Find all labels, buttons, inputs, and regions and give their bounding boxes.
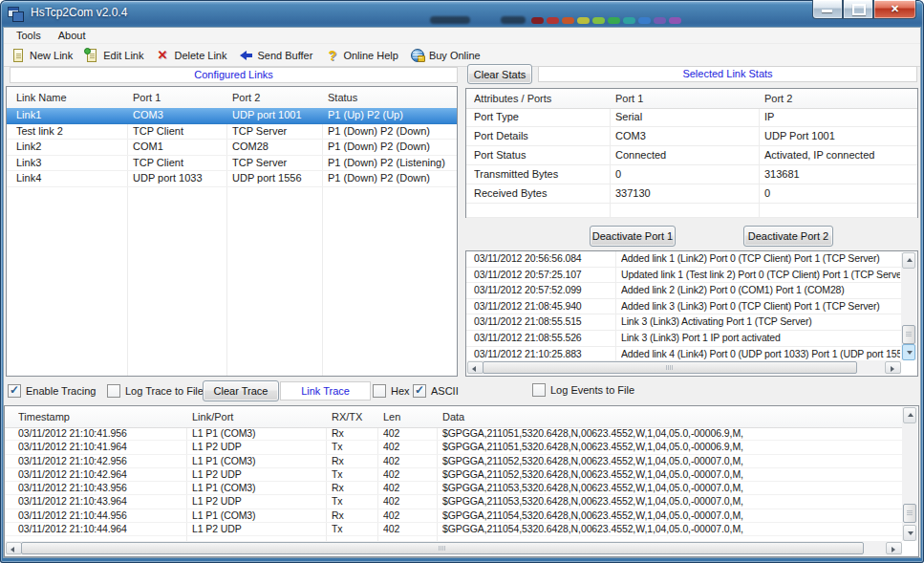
deactivate-port1-button[interactable]: Deactivate Port 1 <box>590 226 676 247</box>
window-controls <box>812 0 916 19</box>
maximize-icon[interactable] <box>843 0 873 19</box>
link-row[interactable]: Link2 COM1 COM28 P1 (Down) P2 (Down) <box>7 140 457 156</box>
scroll-left-icon[interactable] <box>467 361 483 374</box>
ascii-checkbox[interactable]: ASCII <box>413 383 459 399</box>
trace-vertical-scrollbar[interactable] <box>902 407 917 541</box>
scrollbar-thumb[interactable] <box>21 542 864 554</box>
column-header-timestamp[interactable]: Timestamp <box>18 406 181 427</box>
link-row[interactable]: Link3 TCP Client TCP Server P1 (Down) P2… <box>7 156 457 172</box>
delete-link-button[interactable]: Delete Link <box>151 46 234 65</box>
log-events-to-file-checkbox[interactable]: Log Events to File <box>532 382 634 398</box>
column-header-data[interactable]: Data <box>442 406 899 427</box>
trace-table: Timestamp Link/Port RX/TX Len Data 03/11… <box>4 405 919 557</box>
checkbox-icon <box>8 384 21 398</box>
enable-tracing-checkbox[interactable]: Enable Tracing <box>8 383 96 399</box>
column-header-status[interactable]: Status <box>328 87 454 108</box>
new-link-icon <box>11 48 26 63</box>
column-header-link-port[interactable]: Link/Port <box>192 406 324 427</box>
link-row[interactable]: Link1 COM3 UDP port 1001 P1 (Up) P2 (Up) <box>7 108 457 124</box>
scroll-down-icon[interactable] <box>902 344 915 360</box>
close-icon[interactable] <box>873 0 916 19</box>
trace-row[interactable]: 03/11/2012 21:10:43.956 L1 P1 (COM3) Rx … <box>5 482 903 495</box>
deactivate-port2-button[interactable]: Deactivate Port 2 <box>743 226 833 247</box>
trace-row[interactable]: 03/11/2012 21:10:41.956 L1 P1 (COM3) Rx … <box>5 427 903 441</box>
configured-links-table-header: Link Name Port 1 Port 2 Status <box>7 87 457 109</box>
log-trace-to-file-checkbox[interactable]: Log Trace to File <box>107 383 204 399</box>
configured-links-rows: Link1 COM3 UDP port 1001 P1 (Up) P2 (Up)… <box>7 108 457 376</box>
event-row[interactable]: 03/11/2012 21:10:25.883 Added link 4 (Li… <box>466 347 902 360</box>
scroll-left-icon[interactable] <box>6 542 22 554</box>
scrollbar-thumb[interactable] <box>902 325 915 344</box>
scroll-up-icon[interactable] <box>902 252 915 269</box>
hex-checkbox[interactable]: Hex <box>373 383 410 399</box>
column-header-stats-port1[interactable]: Port 1 <box>615 89 759 108</box>
scroll-right-icon[interactable] <box>886 542 902 554</box>
column-header-attributes[interactable]: Attributes / Ports <box>474 89 608 108</box>
column-header-rx-tx[interactable]: RX/TX <box>332 406 376 427</box>
clear-stats-button[interactable]: Clear Stats <box>467 64 532 84</box>
link-stats-table: Attributes / Ports Port 1 Port 2 Port Ty… <box>465 88 918 218</box>
menu-bar: Tools About <box>4 28 920 44</box>
event-row[interactable]: 03/11/2012 20:57:25.107 Updated link 1 (… <box>466 268 902 284</box>
minimize-icon[interactable] <box>812 0 843 19</box>
checkbox-icon <box>413 384 426 398</box>
online-help-icon <box>324 48 339 63</box>
column-header-link-name[interactable]: Link Name <box>16 87 123 108</box>
toolbar: New Link Edit Link Delete Link Send Buff… <box>4 44 920 67</box>
selected-link-stats-header: Selected Link Stats <box>538 66 917 82</box>
clear-trace-button[interactable]: Clear Trace <box>203 380 279 401</box>
column-header-stats-port2[interactable]: Port 2 <box>764 89 913 108</box>
scroll-up-icon[interactable] <box>903 407 916 423</box>
event-log-horizontal-scrollbar[interactable] <box>467 360 901 375</box>
configured-links-table: Link Name Port 1 Port 2 Status Link1 COM… <box>6 86 458 377</box>
window-title: HsTcp2Com v2.0.4 <box>31 6 127 19</box>
trace-table-header: Timestamp Link/Port RX/TX Len Data <box>5 406 903 428</box>
event-row[interactable]: 03/11/2012 20:56:56.084 Added link 1 (Li… <box>466 251 902 268</box>
column-header-port1[interactable]: Port 1 <box>133 87 224 108</box>
checkbox-icon <box>373 384 386 398</box>
trace-row[interactable]: 03/11/2012 21:10:44.964 L1 P2 UDP Tx 402… <box>5 523 903 536</box>
column-header-port2[interactable]: Port 2 <box>232 87 320 108</box>
edit-link-button[interactable]: Edit Link <box>80 46 151 65</box>
trace-row[interactable]: 03/11/2012 21:10:42.964 L1 P2 UDP Tx 402… <box>5 468 903 482</box>
app-icon <box>8 6 23 21</box>
event-row[interactable]: 03/11/2012 21:08:55.515 Link 3 (Link3) A… <box>466 314 902 331</box>
buy-online-button[interactable]: Buy Online <box>406 46 488 65</box>
trace-row[interactable]: 03/11/2012 21:10:44.956 L1 P1 (COM3) Rx … <box>5 509 903 523</box>
trace-row[interactable]: 03/11/2012 21:10:42.956 L1 P1 (COM3) Rx … <box>5 455 903 468</box>
event-row[interactable]: 03/11/2012 21:08:55.526 Link 3 (Link3) P… <box>466 331 902 347</box>
stats-row[interactable]: Transmitted Bytes 0 313681 <box>466 165 917 184</box>
empty-row <box>466 199 917 218</box>
send-buffer-button[interactable]: Send Buffer <box>235 46 321 65</box>
new-link-button[interactable]: New Link <box>7 46 80 65</box>
scrollbar-thumb[interactable] <box>483 361 857 374</box>
link-row[interactable]: Test link 2 TCP Client TCP Server P1 (Do… <box>7 124 457 141</box>
edit-link-icon <box>84 48 99 63</box>
menu-tools[interactable]: Tools <box>8 29 50 42</box>
event-row[interactable]: 03/11/2012 20:57:52.099 Added link 2 (Li… <box>466 283 902 299</box>
delete-link-icon <box>155 48 170 63</box>
scroll-down-icon[interactable] <box>903 525 916 541</box>
column-header-len[interactable]: Len <box>383 406 435 427</box>
stats-row[interactable]: Port Type Serial IP <box>466 108 917 127</box>
stats-row[interactable]: Port Details COM3 UDP Port 1001 <box>466 127 917 146</box>
scroll-right-icon[interactable] <box>885 361 901 374</box>
trace-row[interactable]: 03/11/2012 21:10:43.964 L1 P2 UDP Tx 402… <box>5 495 903 509</box>
trace-row[interactable]: 03/11/2012 21:10:41.964 L1 P2 UDP Tx 402… <box>5 441 903 454</box>
stats-row[interactable]: Port Status Connected Activated, IP conn… <box>466 146 917 165</box>
link-row[interactable]: Link4 UDP port 1033 UDP port 1556 P1 (Do… <box>7 171 457 187</box>
menu-about[interactable]: About <box>50 29 95 42</box>
online-help-button[interactable]: Online Help <box>320 46 405 65</box>
configured-links-header: Configured Links <box>10 67 458 83</box>
event-row[interactable]: 03/11/2012 21:08:45.940 Added link 3 (Li… <box>466 299 902 315</box>
send-buffer-icon <box>239 48 254 63</box>
checkbox-icon <box>532 383 546 397</box>
trace-horizontal-scrollbar[interactable] <box>6 541 902 555</box>
application-window: HsTcp2Com v2.0.4 Tools About <box>0 0 924 563</box>
event-log-vertical-scrollbar[interactable] <box>901 252 916 360</box>
client-area: Tools About New Link Edit Link Delete Li… <box>3 27 921 558</box>
scrollbar-thumb[interactable] <box>903 504 916 523</box>
title-bar[interactable]: HsTcp2Com v2.0.4 <box>0 0 924 27</box>
event-log: 03/11/2012 20:56:56.084 Added link 1 (Li… <box>465 250 918 377</box>
trace-title-label: Link Trace <box>280 381 371 401</box>
